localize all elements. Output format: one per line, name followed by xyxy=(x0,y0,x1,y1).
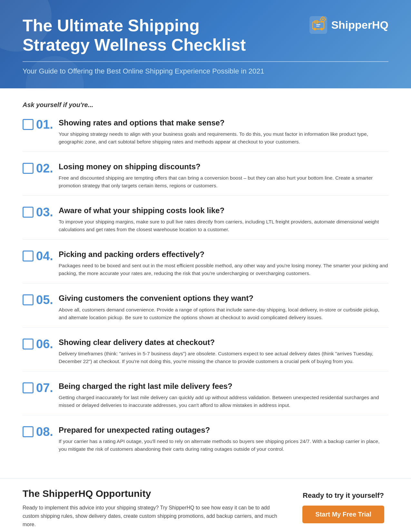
checklist: 01. Showing rates and options that make … xyxy=(23,118,388,459)
opportunity-section: The ShipperHQ Opportunity Ready to imple… xyxy=(0,478,411,532)
checkbox-6[interactable] xyxy=(23,339,34,350)
checkbox-3[interactable] xyxy=(23,207,34,218)
item-desc-4: Packages need to be boxed and sent out i… xyxy=(59,262,388,277)
item-desc-7: Getting charged inaccurately for last mi… xyxy=(59,394,388,409)
header-top: The Ultimate Shipping Strategy Wellness … xyxy=(23,16,388,55)
opportunity-inner: The ShipperHQ Opportunity Ready to imple… xyxy=(23,488,388,528)
item-number-4: 04. xyxy=(36,250,59,262)
page-title: The Ultimate Shipping Strategy Wellness … xyxy=(23,16,248,55)
checklist-item: 05. Giving customers the convenient opti… xyxy=(23,293,388,327)
item-number-8: 08. xyxy=(36,426,59,438)
item-title-3: Aware of what your shipping costs look l… xyxy=(59,205,388,215)
item-content-6: Showing clear delivery dates at checkout… xyxy=(59,337,388,365)
ready-label: Ready to try it yourself? xyxy=(303,491,384,500)
checklist-item: 02. Losing money on shipping discounts? … xyxy=(23,162,388,196)
checklist-item: 04. Picking and packing orders effective… xyxy=(23,249,388,283)
item-title-2: Losing money on shipping discounts? xyxy=(59,162,388,172)
item-title-6: Showing clear delivery dates at checkout… xyxy=(59,337,388,347)
item-content-5: Giving customers the convenient options … xyxy=(59,293,388,321)
item-desc-5: Above all, customers demand convenience.… xyxy=(59,306,388,321)
opportunity-right: Ready to try it yourself? Start My Free … xyxy=(298,488,388,523)
shipperhq-logo-icon xyxy=(309,16,327,34)
item-content-7: Being charged the right last mile delive… xyxy=(59,381,388,409)
item-title-5: Giving customers the convenient options … xyxy=(59,293,388,303)
checklist-item: 07. Being charged the right last mile de… xyxy=(23,381,388,415)
item-desc-1: Your shipping strategy needs to align wi… xyxy=(59,130,388,146)
svg-point-8 xyxy=(322,18,324,20)
opportunity-left: The ShipperHQ Opportunity Ready to imple… xyxy=(23,488,282,528)
item-content-1: Showing rates and options that make sens… xyxy=(59,118,388,146)
ask-label: Ask yourself if you're... xyxy=(23,101,388,109)
item-desc-3: To improve your shipping margins, make s… xyxy=(59,218,388,233)
opportunity-title: The ShipperHQ Opportunity xyxy=(23,488,282,499)
checklist-item: 06. Showing clear delivery dates at chec… xyxy=(23,337,388,371)
item-content-2: Losing money on shipping discounts? Free… xyxy=(59,162,388,190)
item-title-7: Being charged the right last mile delive… xyxy=(59,381,388,391)
checklist-item: 03. Aware of what your shipping costs lo… xyxy=(23,205,388,240)
header-divider xyxy=(23,61,388,62)
svg-rect-0 xyxy=(309,16,327,34)
item-number-3: 03. xyxy=(36,206,59,218)
header-subtitle: Your Guide to Offering the Best Online S… xyxy=(23,67,388,75)
item-desc-2: Free and discounted shipping are temptin… xyxy=(59,174,388,190)
header: The Ultimate Shipping Strategy Wellness … xyxy=(0,0,411,88)
checkbox-8[interactable] xyxy=(23,426,34,437)
item-title-1: Showing rates and options that make sens… xyxy=(59,118,388,128)
opportunity-desc: Ready to implement this advice into your… xyxy=(23,504,282,528)
item-content-4: Picking and packing orders effectively? … xyxy=(59,249,388,277)
item-content-3: Aware of what your shipping costs look l… xyxy=(59,205,388,233)
logo-area: ShipperHQ xyxy=(309,16,388,34)
item-title-4: Picking and packing orders effectively? xyxy=(59,249,388,259)
start-trial-button[interactable]: Start My Free Trial xyxy=(302,506,384,523)
logo-text: ShipperHQ xyxy=(331,19,388,31)
item-title-8: Prepared for unexpected rating outages? xyxy=(59,425,388,435)
checkbox-4[interactable] xyxy=(23,251,34,261)
item-number-6: 06. xyxy=(36,338,59,350)
checklist-item: 01. Showing rates and options that make … xyxy=(23,118,388,152)
item-content-8: Prepared for unexpected rating outages? … xyxy=(59,425,388,453)
checklist-item: 08. Prepared for unexpected rating outag… xyxy=(23,425,388,459)
checkbox-1[interactable] xyxy=(23,119,34,130)
svg-point-3 xyxy=(314,28,316,30)
checkbox-5[interactable] xyxy=(23,294,34,305)
checkbox-2[interactable] xyxy=(23,163,34,174)
item-number-5: 05. xyxy=(36,294,59,306)
item-desc-8: If your carrier has a rating API outage,… xyxy=(59,438,388,453)
item-number-1: 01. xyxy=(36,118,59,131)
page: The Ultimate Shipping Strategy Wellness … xyxy=(0,0,411,532)
main-content: Ask yourself if you're... 01. Showing ra… xyxy=(0,88,411,478)
svg-point-4 xyxy=(320,28,323,30)
item-number-2: 02. xyxy=(36,162,59,174)
item-desc-6: Delivery timeframes (think: "arrives in … xyxy=(59,350,388,365)
item-number-7: 07. xyxy=(36,382,59,394)
checkbox-7[interactable] xyxy=(23,382,34,393)
